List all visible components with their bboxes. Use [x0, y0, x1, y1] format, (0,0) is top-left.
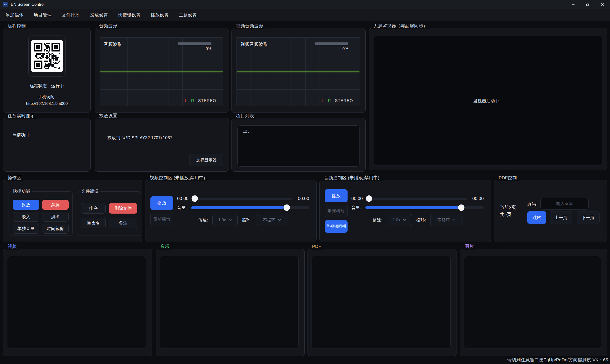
- channel-mode-indicator: STEREO: [335, 98, 353, 103]
- panel-remote-control: 远程控制 远程状态：运行中 手机访问: http://192.168.1.9:5…: [3, 28, 91, 113]
- audio-volume-slider[interactable]: [365, 206, 484, 209]
- audio-loop-select[interactable]: 不循环: [430, 214, 462, 226]
- channel-right-indicator: R: [328, 98, 331, 103]
- video-loop-select[interactable]: 不循环: [256, 214, 288, 226]
- audio-volume-thumb[interactable]: [458, 205, 464, 211]
- menu-item-project-manage[interactable]: 项目管理: [29, 9, 57, 21]
- video-seek-slider[interactable]: [194, 198, 293, 200]
- pdf-jump-button[interactable]: 跳转: [527, 211, 546, 224]
- video-seek-thumb[interactable]: [192, 195, 198, 202]
- menu-item-add-media[interactable]: 添加媒体: [0, 9, 29, 21]
- fade-in-button[interactable]: 淡入: [13, 212, 39, 222]
- cast-button[interactable]: 投放: [13, 200, 39, 210]
- audio-control-rows: 00:00 00:00 音量: 倍速: 1.0x 循环:: [351, 196, 484, 226]
- audio-time-current: 00:00: [351, 196, 363, 201]
- audio-video-sync-button[interactable]: 音视频同播: [325, 220, 348, 233]
- video-audio-waveform-display: 视频音频波形 0% L R STEREO: [236, 37, 360, 106]
- panel-task-display: 任务实时显示 当前项目: -: [3, 118, 91, 172]
- remote-access-label: 手机访问:: [3, 94, 90, 100]
- delete-file-button[interactable]: 删除文件: [109, 203, 137, 214]
- panel-audio-wave-label: 音频波形: [97, 23, 119, 29]
- video-speed-select[interactable]: 1.0x: [212, 214, 238, 226]
- video-speed-value: 1.0x: [218, 218, 226, 222]
- black-screen-button[interactable]: 黑屏: [42, 200, 69, 210]
- time-trim-button[interactable]: 时间裁剪: [42, 224, 69, 234]
- video-play-button[interactable]: 播放: [150, 196, 173, 210]
- qr-code: [31, 40, 63, 72]
- audio-volume-label: 音量:: [351, 205, 361, 210]
- pdf-next-page-button[interactable]: 下一页: [577, 211, 599, 224]
- video-control-buttons: 播放 重新播放: [150, 196, 173, 226]
- panel-video-wave-label: 视频音频波形: [234, 23, 265, 29]
- audio-level-meter: [178, 42, 211, 45]
- audio-speed-value: 1.0x: [393, 218, 400, 222]
- panel-cast-settings: 投放设置 投放到: \\.\DISPLAY32 1707x1067 选择显示器: [95, 118, 229, 172]
- audio-seek-thumb[interactable]: [366, 195, 372, 202]
- sort-button[interactable]: 排序: [81, 203, 106, 214]
- pdf-total-pages: 共:-页: [500, 211, 521, 218]
- project-list-item[interactable]: 123: [238, 126, 360, 137]
- channel-left-indicator: L: [185, 98, 187, 103]
- audio-speed-select[interactable]: 1.0x: [387, 214, 412, 226]
- note-button[interactable]: 备注: [109, 218, 137, 228]
- monitor-screen: 监视器启动中...: [374, 36, 602, 165]
- restore-button[interactable]: [580, 0, 595, 9]
- menu-item-hotkey-settings[interactable]: 快捷键设置: [113, 9, 146, 21]
- image-file-list[interactable]: [464, 256, 601, 349]
- audio-play-button[interactable]: 播放: [325, 189, 348, 202]
- rename-button[interactable]: 重命名: [81, 218, 106, 228]
- pdf-control-body: 当前:-页 共:-页 页码: 跳转 上一页 下一页: [494, 180, 607, 242]
- video-volume-row: 音量:: [177, 205, 309, 210]
- close-button[interactable]: [595, 0, 610, 9]
- panel-audio-control: 音频控制区 (未播放,禁用中) 播放 重新播放 音视频同播 00:00 00:0…: [319, 180, 491, 242]
- select-display-button[interactable]: 选择显示器: [190, 154, 223, 166]
- pdf-current-page: 当前:-页: [500, 204, 521, 211]
- video-file-list[interactable]: [7, 256, 146, 349]
- chevron-down-icon: [403, 219, 406, 221]
- video-audio-waveform-line: [237, 72, 360, 72]
- chevron-down-icon: [453, 219, 455, 221]
- panel-music-label: 音乐: [158, 244, 171, 250]
- individual-volume-button[interactable]: 单独音量: [13, 224, 39, 234]
- audio-seek-row: 00:00 00:00: [351, 196, 484, 201]
- video-speed-label: 倍速:: [198, 217, 208, 223]
- audio-seek-slider[interactable]: [368, 198, 467, 200]
- panel-videos-label: 视频: [6, 244, 19, 250]
- menu-item-theme-settings[interactable]: 主题设置: [174, 9, 202, 21]
- video-audio-level-percent: 0%: [342, 47, 348, 51]
- pdf-control-right: 页码: 跳转 上一页 下一页: [527, 198, 601, 224]
- audio-control-body: 播放 重新播放 音视频同播 00:00 00:00 音量: 倍速:: [320, 180, 491, 242]
- qr-frame: [28, 36, 65, 77]
- channel-left-indicator: L: [322, 98, 324, 103]
- fade-out-button[interactable]: 淡出: [42, 212, 69, 222]
- audio-replay-button[interactable]: 重新播放: [325, 205, 348, 217]
- project-list[interactable]: 123: [237, 125, 360, 167]
- pdf-prev-page-button[interactable]: 上一页: [550, 211, 572, 224]
- video-audio-level-meter: [315, 42, 348, 45]
- menu-item-cast-settings[interactable]: 投放设置: [85, 9, 113, 21]
- audio-loop-label: 循环:: [416, 217, 426, 223]
- menu-item-file-sort[interactable]: 文件排序: [57, 9, 85, 21]
- app-icon-text: EN: [4, 3, 7, 6]
- group-quick-label: 快捷功能: [11, 188, 32, 194]
- music-file-list[interactable]: [160, 256, 299, 349]
- minimize-button[interactable]: [566, 0, 580, 9]
- video-volume-thumb[interactable]: [284, 205, 290, 211]
- video-control-rows: 00:00 00:00 音量: 倍速: 1.0x 循环:: [177, 196, 309, 226]
- menubar: 添加媒体 项目管理 文件排序 投放设置 快捷键设置 播放设置 主题设置: [0, 9, 610, 21]
- panel-images: 图片: [460, 249, 607, 356]
- panel-task-label: 任务实时显示: [6, 113, 37, 119]
- restore-icon: [586, 3, 589, 6]
- panel-cast-label: 投放设置: [97, 113, 119, 119]
- close-icon: [601, 3, 604, 6]
- video-replay-button[interactable]: 重新播放: [150, 213, 173, 226]
- audio-level-percent: 0%: [206, 47, 211, 51]
- pdf-page-input[interactable]: [540, 198, 589, 209]
- pdf-file-list[interactable]: [311, 256, 451, 349]
- menu-item-playback-settings[interactable]: 播放设置: [146, 9, 174, 21]
- video-volume-slider[interactable]: [191, 206, 309, 209]
- video-seek-row: 00:00 00:00: [177, 196, 309, 201]
- panel-pdf-control: PDF控制 当前:-页 共:-页 页码: 跳转 上一页 下一页: [494, 180, 607, 242]
- panel-videos: 视频: [3, 249, 152, 356]
- pdf-page-input-row: 页码:: [527, 198, 601, 209]
